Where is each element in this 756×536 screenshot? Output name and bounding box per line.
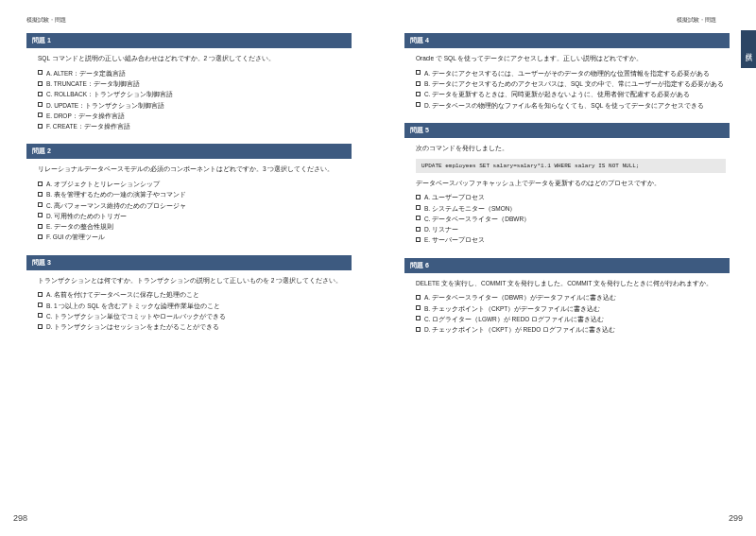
option-row: B. 表を管理するための一連の演算子やコマンド: [38, 190, 348, 199]
option-text: C. ログライター（LGWR）が REDO ログファイルに書き込む: [424, 315, 726, 324]
option-row: D. データベースの物理的なファイル名を知らなくても、SQL を使ってデータにア…: [416, 101, 726, 111]
option-text: F. CREATE：データ操作言語: [46, 122, 348, 131]
option-text: D. リスナー: [424, 225, 726, 234]
q5-options: A. ユーザープロセスB. システムモニター（SMON）C. データベースライタ…: [416, 193, 726, 245]
option-text: C. トランザクション単位でコミットやロールバックができる: [46, 312, 348, 321]
checkbox-icon: [416, 227, 421, 232]
option-text: C. 高パフォーマンス維持のためのプロシージャ: [46, 201, 348, 211]
option-row: F. GUI の管理ツール: [38, 233, 348, 242]
option-text: A. データベースライター（DBWR）がデータファイルに書き込む: [424, 293, 726, 303]
option-text: D. トランザクションはセッションをまたがることができる: [46, 322, 348, 332]
checkbox-icon: [416, 81, 421, 86]
option-text: C. データベースライター（DBWR）: [424, 215, 726, 224]
q4-body: Oracle で SQL を使ってデータにアクセスします。正しい説明はどれですか…: [404, 54, 730, 115]
checkbox-icon: [416, 327, 421, 332]
q3-options: A. 名前を付けてデータベースに保存した処理のことB. 1 つ以上の SQL を…: [38, 290, 348, 332]
q6-body: DELETE 文を実行し、COMMIT 文を発行しました。COMMIT 文を発行…: [404, 279, 730, 340]
checkbox-icon: [416, 305, 421, 310]
q1-prompt: SQL コマンドと説明の正しい組み合わせはどれですか。2 つ選択してください。: [38, 54, 348, 63]
page-left: 模擬試験・問題 問題 1 SQL コマンドと説明の正しい組み合わせはどれですか。…: [0, 0, 378, 536]
option-row: C. トランザクション単位でコミットやロールバックができる: [38, 312, 348, 321]
option-row: D. トランザクションはセッションをまたがることができる: [38, 322, 348, 332]
option-text: B. TRUNCATE：データ制御言語: [46, 79, 348, 89]
option-row: B. データにアクセスするためのアクセスパスは、SQL 文の中で、常にユーザーが…: [416, 79, 726, 89]
checkbox-icon: [416, 102, 421, 107]
checkbox-icon: [38, 70, 43, 75]
checkbox-icon: [416, 216, 421, 220]
checkbox-icon: [38, 303, 43, 307]
page-num-right: 299: [729, 513, 743, 523]
q4-options: A. データにアクセスするには、ユーザーがそのデータの物理的な位置情報を指定する…: [416, 69, 726, 111]
option-row: C. ROLLBACK：トランザクション制御言語: [38, 90, 348, 99]
option-row: A. 名前を付けてデータベースに保存した処理のこと: [38, 290, 348, 300]
option-text: B. システムモニター（SMON）: [424, 204, 726, 214]
option-row: C. データを更新するときは、同時更新が起きないように、使用者側で配慮する必要が…: [416, 90, 726, 99]
q3-body: トランザクションとは何ですか。トランザクションの説明として正しいものを 2 つ選…: [26, 276, 352, 337]
option-row: A. オブジェクトとリレーションシップ: [38, 180, 348, 189]
checkbox-icon: [38, 192, 43, 197]
option-row: F. CREATE：データ操作言語: [38, 122, 348, 131]
checkbox-icon: [38, 81, 43, 86]
checkbox-icon: [38, 124, 43, 129]
option-row: C. 高パフォーマンス維持のためのプロシージャ: [38, 201, 348, 211]
option-text: A. ユーザープロセス: [424, 193, 726, 202]
option-text: F. GUI の管理ツール: [46, 233, 348, 242]
option-text: E. サーバープロセス: [424, 235, 726, 245]
checkbox-icon: [38, 324, 43, 329]
q2-options: A. オブジェクトとリレーションシップB. 表を管理するための一連の演算子やコマ…: [38, 180, 348, 242]
checkbox-icon: [416, 92, 421, 96]
option-text: D. UPDATE：トランザクション制御言語: [46, 101, 348, 111]
q6-options: A. データベースライター（DBWR）がデータファイルに書き込むB. チェックポ…: [416, 293, 726, 335]
option-row: A. データベースライター（DBWR）がデータファイルに書き込む: [416, 293, 726, 303]
checkbox-icon: [416, 295, 421, 300]
option-text: B. 1 つ以上の SQL を含むアトミックな論理作業単位のこと: [46, 302, 348, 311]
q2-title: 問題 2: [26, 144, 352, 159]
q2-body: リレーショナルデータベースモデルの必須のコンポーネントはどれですか。3 つ選択し…: [26, 164, 352, 247]
option-text: A. ALTER：データ定義言語: [46, 69, 348, 78]
checkbox-icon: [38, 112, 43, 117]
option-row: B. チェックポイント（CKPT）がデータファイルに書き込む: [416, 304, 726, 314]
option-row: A. ALTER：データ定義言語: [38, 69, 348, 78]
option-row: C. ログライター（LGWR）が REDO ログファイルに書き込む: [416, 315, 726, 324]
option-row: B. システムモニター（SMON）: [416, 204, 726, 214]
option-text: C. データを更新するときは、同時更新が起きないように、使用者側で配慮する必要が…: [424, 90, 726, 99]
option-row: D. リスナー: [416, 225, 726, 234]
option-row: E. データの整合性規則: [38, 222, 348, 232]
q6-prompt: DELETE 文を実行し、COMMIT 文を発行しました。COMMIT 文を発行…: [416, 279, 726, 288]
option-row: B. TRUNCATE：データ制御言語: [38, 79, 348, 89]
checkbox-icon: [38, 213, 43, 217]
q6-title: 問題 6: [404, 258, 730, 273]
option-text: D. 可用性のためのトリガー: [46, 212, 348, 221]
side-tab: 模試: [741, 30, 756, 68]
q4-title: 問題 4: [404, 33, 730, 48]
option-text: D. データベースの物理的なファイル名を知らなくても、SQL を使ってデータにア…: [424, 101, 726, 111]
checkbox-icon: [38, 92, 43, 96]
option-row: D. チェックポイント（CKPT）が REDO ログファイルに書き込む: [416, 325, 726, 335]
q3-prompt: トランザクションとは何ですか。トランザクションの説明として正しいものを 2 つ選…: [38, 276, 348, 285]
q5-prompt: 次のコマンドを発行しました。: [416, 144, 726, 153]
q1-options: A. ALTER：データ定義言語B. TRUNCATE：データ制御言語C. RO…: [38, 69, 348, 131]
option-text: B. 表を管理するための一連の演算子やコマンド: [46, 190, 348, 199]
checkbox-icon: [38, 102, 43, 107]
checkbox-icon: [38, 224, 43, 229]
q4-prompt: Oracle で SQL を使ってデータにアクセスします。正しい説明はどれですか…: [416, 54, 726, 63]
checkbox-icon: [416, 70, 421, 75]
checkbox-icon: [38, 234, 43, 239]
option-row: D. 可用性のためのトリガー: [38, 212, 348, 221]
q2-prompt: リレーショナルデータベースモデルの必須のコンポーネントはどれですか。3 つ選択し…: [38, 164, 348, 174]
checkbox-icon: [416, 205, 421, 210]
option-row: A. ユーザープロセス: [416, 193, 726, 202]
option-row: E. サーバープロセス: [416, 235, 726, 245]
q5-code: UPDATE employees SET salary=salary*1.1 W…: [416, 159, 726, 173]
q1-title: 問題 1: [26, 33, 352, 48]
option-text: B. データにアクセスするためのアクセスパスは、SQL 文の中で、常にユーザーが…: [424, 79, 726, 89]
option-text: C. ROLLBACK：トランザクション制御言語: [46, 90, 348, 99]
checkbox-icon: [416, 237, 421, 242]
q1-body: SQL コマンドと説明の正しい組み合わせはどれですか。2 つ選択してください。 …: [26, 54, 352, 136]
page-right: 模擬試験・問題 問題 4 Oracle で SQL を使ってデータにアクセスしま…: [378, 0, 756, 536]
option-text: A. データにアクセスするには、ユーザーがそのデータの物理的な位置情報を指定する…: [424, 69, 726, 78]
option-row: A. データにアクセスするには、ユーザーがそのデータの物理的な位置情報を指定する…: [416, 69, 726, 78]
checkbox-icon: [38, 313, 43, 318]
option-text: D. チェックポイント（CKPT）が REDO ログファイルに書き込む: [424, 325, 726, 335]
checkbox-icon: [416, 316, 421, 320]
